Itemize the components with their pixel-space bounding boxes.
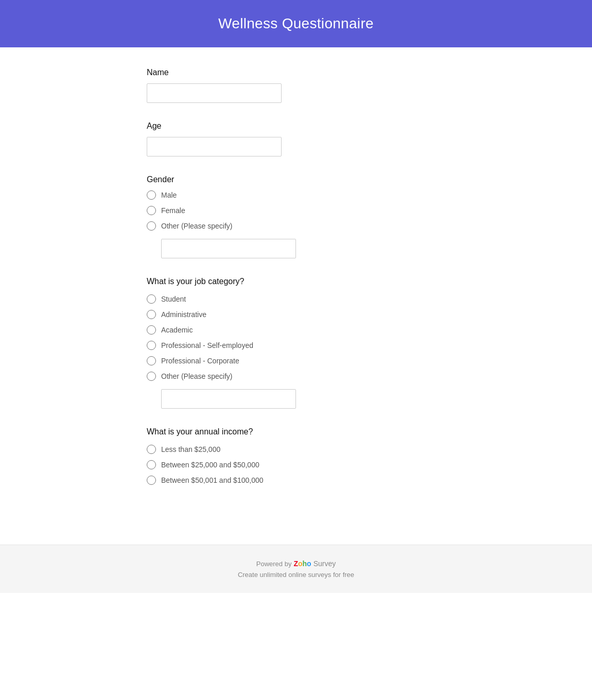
job-radio-group: Student Administrative Academic Professi… [147,294,445,409]
job-option-academic[interactable]: Academic [147,325,445,335]
job-radio-academic[interactable] [147,325,156,335]
income-label-50k-100k: Between $50,001 and $100,000 [161,476,264,484]
gender-section: Gender Male Female Other (Please specify… [147,175,445,258]
gender-radio-male[interactable] [147,190,156,200]
name-section: Name [147,68,445,103]
income-label-less25k: Less than $25,000 [161,445,220,453]
income-option-25k-50k[interactable]: Between $25,000 and $50,000 [147,460,445,469]
footer-tagline: Create unlimited online surveys for free [10,571,582,579]
job-label-professional-corporate: Professional - Corporate [161,357,239,365]
income-option-50k-100k[interactable]: Between $50,001 and $100,000 [147,476,445,485]
gender-option-other[interactable]: Other (Please specify) [147,221,445,231]
survey-label: Survey [314,559,336,568]
job-label-other: Other (Please specify) [161,372,233,380]
gender-other-input[interactable] [161,239,296,258]
job-radio-professional-corporate[interactable] [147,356,156,365]
gender-label-other: Other (Please specify) [161,222,233,230]
age-section: Age [147,121,445,156]
zoho-logo: Zoho [293,559,311,568]
job-option-administrative[interactable]: Administrative [147,310,445,319]
job-radio-professional-self[interactable] [147,341,156,350]
income-radio-25k-50k[interactable] [147,460,156,469]
zoho-o1-letter: o [298,559,303,568]
gender-label-female: Female [161,206,185,215]
job-option-student[interactable]: Student [147,294,445,304]
job-label-professional-self: Professional - Self-employed [161,341,253,349]
job-radio-administrative[interactable] [147,310,156,319]
job-label-academic: Academic [161,326,193,334]
gender-radio-female[interactable] [147,206,156,215]
income-radio-group: Less than $25,000 Between $25,000 and $5… [147,445,445,485]
gender-label: Gender [147,175,445,184]
job-label-administrative: Administrative [161,310,206,319]
gender-option-male[interactable]: Male [147,190,445,200]
form-container: Name Age Gender Male Female Other (Pleas… [116,47,476,524]
gender-radio-group: Male Female Other (Please specify) [147,190,445,258]
age-label: Age [147,121,445,131]
income-question: What is your annual income? [147,427,445,436]
zoho-h-letter: h [303,559,307,568]
job-radio-other[interactable] [147,372,156,381]
gender-radio-other[interactable] [147,221,156,231]
job-category-section: What is your job category? Student Admin… [147,277,445,409]
job-other-input[interactable] [161,389,296,409]
powered-by-line: Powered by Zoho Survey [10,559,582,568]
name-input[interactable] [147,83,282,103]
job-category-question: What is your job category? [147,277,445,286]
gender-label-male: Male [161,191,177,199]
income-section: What is your annual income? Less than $2… [147,427,445,485]
income-option-less25k[interactable]: Less than $25,000 [147,445,445,454]
income-label-25k-50k: Between $25,000 and $50,000 [161,461,259,469]
job-label-student: Student [161,295,186,303]
powered-by-text: Powered by [256,560,292,568]
zoho-z-letter: Z [293,559,298,568]
job-option-professional-self[interactable]: Professional - Self-employed [147,341,445,350]
page-title: Wellness Questionnaire [10,15,582,32]
job-radio-student[interactable] [147,294,156,304]
name-label: Name [147,68,445,77]
income-radio-less25k[interactable] [147,445,156,454]
zoho-o2-letter: o [307,559,311,568]
page-header: Wellness Questionnaire [0,0,592,47]
job-option-professional-corporate[interactable]: Professional - Corporate [147,356,445,365]
income-radio-50k-100k[interactable] [147,476,156,485]
page-footer: Powered by Zoho Survey Create unlimited … [0,545,592,593]
age-input[interactable] [147,137,282,156]
gender-option-female[interactable]: Female [147,206,445,215]
job-option-other[interactable]: Other (Please specify) [147,372,445,381]
